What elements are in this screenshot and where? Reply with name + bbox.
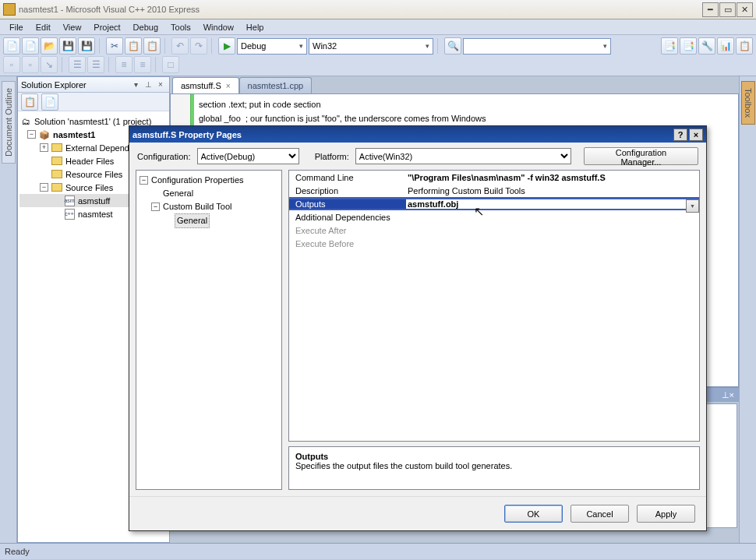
tb2-4[interactable]: ☰ — [69, 56, 86, 73]
prop-cmdline-label[interactable]: Command Line — [289, 173, 406, 182]
tab-nasmtest1[interactable]: nasmtest1.cpp — [239, 77, 313, 93]
prop-description-label[interactable]: Description — [289, 186, 406, 195]
tb2-6[interactable]: ≡ — [115, 56, 132, 73]
file-asmstuff[interactable]: asmstuff — [78, 195, 110, 207]
prop-adddep-label[interactable]: Additional Dependencies — [289, 213, 406, 222]
undo-button[interactable]: ↶ — [171, 37, 189, 55]
tb2-2[interactable]: ▫ — [22, 56, 39, 73]
prop-outputs-label[interactable]: Outputs — [289, 199, 406, 209]
help-button[interactable]: ? — [673, 129, 687, 141]
prop-description-value[interactable]: Performing Custom Build Tools — [406, 186, 699, 195]
folder-source[interactable]: Source Files — [65, 181, 113, 194]
tree-config-props[interactable]: Configuration Properties — [151, 174, 244, 187]
toolbox-tab[interactable]: Toolbox — [741, 81, 755, 125]
expander-icon[interactable]: + — [40, 143, 48, 152]
solution-explorer-title: Solution Explorer — [21, 80, 87, 90]
cancel-button[interactable]: Cancel — [571, 505, 629, 523]
menu-view[interactable]: View — [57, 21, 88, 33]
menu-tools[interactable]: Tools — [164, 21, 197, 33]
tree-custom-build[interactable]: Custom Build Tool — [163, 200, 231, 213]
save-button[interactable]: 💾 — [59, 37, 76, 55]
redo-button[interactable]: ↷ — [190, 37, 207, 55]
properties-button[interactable]: 📋 — [21, 93, 38, 111]
panel-close-icon[interactable]: × — [730, 390, 734, 400]
dialog-config-bar: Configuration: Active(Debug) Platform: A… — [129, 143, 706, 170]
config-combo[interactable]: Debug — [237, 38, 307, 55]
tb2-3[interactable]: ↘ — [41, 56, 58, 73]
folder-icon — [51, 143, 62, 152]
tb2-5[interactable]: ☰ — [87, 56, 104, 73]
expander-icon[interactable]: − — [40, 183, 48, 192]
folder-resource[interactable]: Resource Files — [65, 168, 122, 181]
menu-edit[interactable]: Edit — [30, 21, 57, 33]
ok-button[interactable]: OK — [504, 505, 563, 523]
folder-header[interactable]: Header Files — [65, 155, 114, 167]
pin-icon[interactable]: ⊥ — [722, 390, 730, 400]
ext-button-4[interactable]: 📊 — [717, 37, 734, 55]
configuration-select[interactable]: Active(Debug) — [197, 148, 299, 164]
prop-outputs-value[interactable]: asmstuff.obj▼ — [406, 199, 699, 209]
menu-debug[interactable]: Debug — [127, 21, 164, 33]
open-button[interactable]: 📂 — [41, 37, 58, 55]
find-combo[interactable] — [463, 38, 611, 55]
tb2-7[interactable]: ≡ — [134, 56, 151, 73]
find-in-files-button[interactable]: 🔍 — [444, 37, 461, 55]
platform-combo[interactable]: Win32 — [309, 38, 433, 55]
new-project-button[interactable]: 📄 — [3, 37, 20, 55]
minimize-button[interactable]: ━ — [702, 2, 719, 17]
platform-select[interactable]: Active(Win32) — [355, 148, 571, 164]
paste-button[interactable]: 📋 — [143, 37, 161, 55]
cut-button[interactable]: ✂ — [106, 37, 123, 55]
dialog-titlebar: asmstuff.S Property Pages ? × — [129, 126, 706, 143]
project-node[interactable]: nasmtest1 — [53, 129, 95, 141]
save-all-button[interactable]: 💾 — [78, 37, 95, 55]
start-debug-button[interactable]: ▶ — [218, 37, 235, 55]
folder-icon — [51, 157, 62, 165]
copy-button[interactable]: 📋 — [125, 37, 142, 55]
tree-custom-general[interactable]: General — [175, 213, 210, 228]
tb2-1[interactable]: ▫ — [3, 56, 20, 73]
file-nasmtest[interactable]: nasmtest — [78, 208, 113, 220]
folder-icon — [51, 183, 62, 192]
configuration-manager-button[interactable]: Configuration Manager... — [584, 147, 698, 165]
show-all-button[interactable]: 📄 — [41, 93, 58, 111]
add-item-button[interactable]: 📄 — [22, 37, 39, 55]
solution-icon: 🗂 — [19, 116, 32, 127]
project-icon: 📦 — [38, 129, 51, 140]
close-button[interactable]: ✕ — [737, 2, 753, 17]
expander-icon[interactable]: − — [151, 203, 160, 211]
dialog-close-button[interactable]: × — [689, 129, 703, 141]
pin-icon[interactable]: ⊥ — [143, 79, 154, 90]
property-grid[interactable]: Command Line"\Program Files\nasm\nasm" -… — [288, 170, 700, 442]
menu-file[interactable]: File — [3, 21, 30, 33]
close-tab-icon[interactable]: × — [226, 82, 231, 90]
tab-label: asmstuff.S — [181, 81, 221, 90]
menu-window[interactable]: Window — [197, 21, 240, 33]
menu-help[interactable]: Help — [240, 21, 270, 33]
menu-project[interactable]: Project — [87, 21, 126, 33]
separator — [437, 38, 440, 54]
desc-text: Specifies the output files the custom bu… — [295, 461, 693, 470]
maximize-button[interactable]: ▭ — [719, 2, 736, 17]
tab-label: nasmtest1.cpp — [248, 81, 304, 90]
apply-button[interactable]: Apply — [637, 505, 695, 523]
ext-button-2[interactable]: 📑 — [680, 37, 697, 55]
document-outline-tab[interactable]: Document Outline — [2, 81, 16, 164]
prop-cmdline-value[interactable]: "\Program Files\nasm\nasm" -f win32 asms… — [406, 173, 699, 182]
panel-close-icon[interactable]: × — [155, 79, 166, 90]
panel-dropdown-icon[interactable]: ▾ — [130, 79, 141, 90]
dropdown-icon[interactable]: ▼ — [686, 199, 699, 213]
expander-icon[interactable]: − — [27, 130, 36, 139]
ext-button-3[interactable]: 🔧 — [698, 37, 715, 55]
right-dock-strip: Toolbox — [739, 76, 756, 543]
tab-asmstuff[interactable]: asmstuff.S× — [172, 77, 239, 93]
app-icon — [3, 3, 16, 16]
separator — [62, 57, 65, 72]
expander-icon[interactable]: − — [140, 176, 148, 185]
tree-general[interactable]: General — [163, 187, 193, 200]
platform-label: Platform: — [315, 152, 349, 161]
property-tree[interactable]: −Configuration Properties General −Custo… — [136, 170, 282, 490]
tb2-8[interactable]: □ — [162, 56, 179, 73]
ext-button-5[interactable]: 📋 — [736, 37, 753, 55]
ext-button-1[interactable]: 📑 — [661, 37, 678, 55]
